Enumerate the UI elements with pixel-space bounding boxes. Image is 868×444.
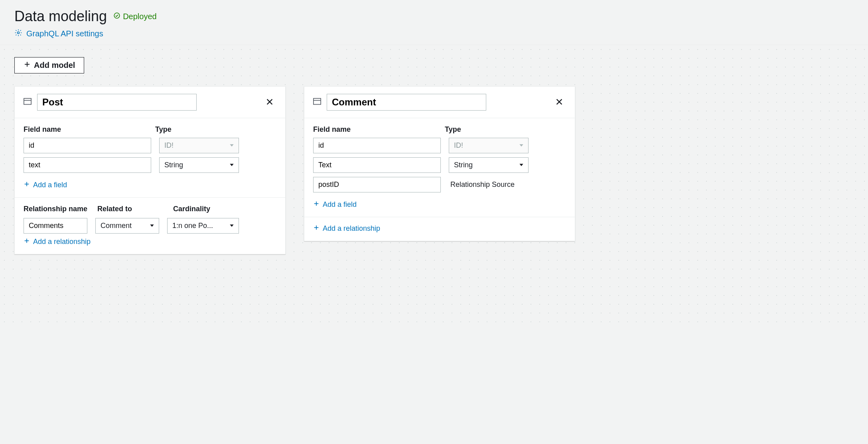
svg-marker-13 — [230, 224, 233, 227]
field-row: String — [24, 157, 276, 173]
field-type-select: ID! — [159, 138, 239, 153]
svg-rect-16 — [314, 99, 321, 105]
field-name-input[interactable] — [313, 157, 441, 173]
svg-point-1 — [18, 32, 20, 34]
chevron-down-icon — [519, 141, 524, 150]
chevron-down-icon — [149, 222, 155, 230]
relationship-source-label: Relationship Source — [449, 177, 515, 192]
graphql-api-settings-link[interactable]: GraphQL API settings — [26, 29, 103, 38]
modeling-canvas: Add model — [0, 45, 868, 325]
delete-model-button[interactable] — [263, 95, 276, 110]
chevron-down-icon — [229, 222, 235, 230]
close-icon — [265, 101, 274, 107]
field-type-select[interactable]: String — [449, 157, 529, 173]
plus-icon — [24, 61, 31, 70]
add-relationship-button[interactable]: Add a relationship — [24, 238, 91, 246]
deploy-status-badge: Deployed — [113, 12, 157, 21]
model-name-input[interactable] — [327, 94, 486, 111]
relationship-name-input[interactable] — [24, 218, 87, 234]
add-model-button[interactable]: Add model — [14, 57, 84, 73]
field-row: ID! — [24, 138, 276, 153]
field-row: ID! — [313, 138, 566, 153]
chevron-down-icon — [229, 161, 235, 169]
table-icon — [313, 98, 327, 107]
cardinality-select[interactable]: 1:n one Po... — [167, 218, 239, 234]
plus-icon — [313, 224, 320, 233]
field-row: String — [313, 157, 566, 173]
field-name-header: Field name — [313, 125, 445, 134]
field-name-input[interactable] — [24, 138, 151, 153]
svg-marker-8 — [230, 144, 233, 147]
add-field-button[interactable]: Add a field — [313, 200, 357, 209]
svg-marker-12 — [150, 224, 154, 227]
page-title: Data modeling — [14, 8, 107, 25]
type-header: Type — [155, 125, 276, 134]
deploy-status-text: Deployed — [123, 12, 157, 21]
add-model-label: Add model — [34, 61, 75, 70]
model-name-input[interactable] — [37, 94, 197, 111]
add-relationship-button[interactable]: Add a relationship — [313, 224, 380, 233]
plus-icon — [313, 200, 320, 209]
chevron-down-icon — [519, 161, 524, 169]
add-field-button[interactable]: Add a field — [24, 181, 67, 189]
svg-marker-20 — [519, 144, 523, 147]
field-name-input[interactable] — [24, 157, 151, 173]
related-to-select[interactable]: Comment — [95, 218, 159, 234]
check-circle-icon — [113, 12, 120, 21]
type-header: Type — [445, 125, 566, 134]
plus-icon — [24, 238, 30, 246]
relationship-row: Comment 1:n one Po... — [24, 218, 276, 234]
field-type-select[interactable]: String — [159, 157, 239, 173]
related-to-header: Related to — [97, 205, 165, 213]
table-icon — [24, 98, 37, 107]
plus-icon — [24, 181, 30, 189]
svg-marker-9 — [230, 164, 233, 166]
gear-icon — [14, 29, 22, 38]
model-card: Field name Type ID! String — [14, 86, 286, 254]
delete-model-button[interactable] — [552, 95, 566, 110]
chevron-down-icon — [229, 141, 235, 150]
field-type-select: ID! — [449, 138, 529, 153]
field-row: Relationship Source — [313, 177, 566, 192]
model-card: Field name Type ID! String — [304, 86, 575, 241]
field-name-input[interactable] — [313, 138, 441, 153]
page-header: Data modeling Deployed GraphQL API setti… — [0, 0, 868, 45]
svg-marker-21 — [519, 164, 523, 166]
cardinality-header: Cardinality — [173, 205, 276, 213]
relationship-name-header: Relationship name — [24, 205, 89, 213]
svg-rect-4 — [24, 99, 31, 105]
close-icon — [555, 101, 564, 107]
field-name-input[interactable] — [313, 177, 441, 192]
field-name-header: Field name — [24, 125, 155, 134]
